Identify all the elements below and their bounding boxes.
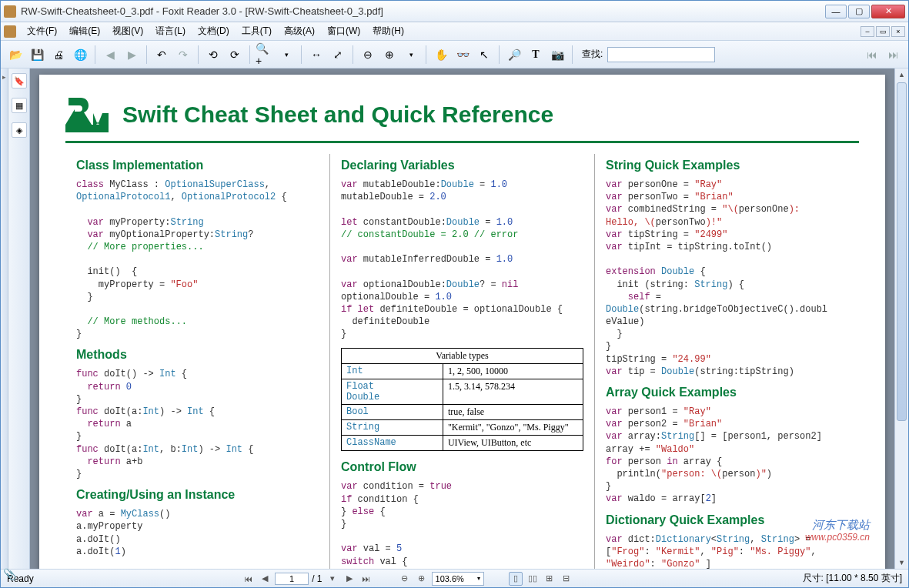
app-icon [4, 5, 16, 18]
app-window: RW-Swift-Cheatsheet-0_3.pdf - Foxit Read… [0, 0, 909, 588]
find-prev-icon[interactable]: ⏮ [862, 45, 882, 65]
menu-视图[interactable]: 视图(V) [106, 23, 149, 39]
section-heading: Dictionary Quick Examples [606, 513, 848, 527]
menu-窗口[interactable]: 窗口(W) [321, 23, 366, 39]
mdi-minimize-button[interactable]: – [861, 26, 874, 37]
zoom-select[interactable]: 103.6%▾ [432, 572, 484, 586]
table-cell: String [342, 420, 443, 436]
separator [572, 45, 573, 64]
columns: Class Implementation class MyClass : Opt… [65, 154, 859, 569]
search-input[interactable] [607, 47, 715, 62]
menu-文件[interactable]: 文件(F) [21, 23, 63, 39]
zoom-in-icon[interactable]: ⊕ [415, 572, 429, 586]
save-icon[interactable]: 💾 [27, 45, 47, 65]
doc-title: Swift Cheat Sheet and Quick Reference [122, 102, 553, 128]
menu-高级[interactable]: 高级(A) [278, 23, 321, 39]
hand-tool-icon[interactable]: ✋ [431, 45, 451, 65]
scroll-down-icon[interactable]: ▼ [895, 556, 908, 569]
email-icon[interactable]: 🌐 [70, 45, 90, 65]
redo-icon[interactable]: ↷ [173, 45, 193, 65]
undo-icon[interactable]: ↶ [152, 45, 172, 65]
vertical-scrollbar[interactable]: ▲ ▼ [894, 68, 908, 569]
layers-icon[interactable]: ◈ [12, 122, 27, 138]
doc-header: Swift Cheat Sheet and Quick Reference [65, 93, 859, 143]
thumbnails-icon[interactable]: ▦ [12, 98, 27, 113]
toolbar: 📂 💾 🖨 🌐 ◀ ▶ ↶ ↷ ⟲ ⟳ 🔍+ ▾ ↔ ⤢ ⊖ ⊕ ▾ ✋ 👓 ↖… [1, 41, 908, 68]
section-heading: Methods [76, 348, 319, 362]
binoculars-icon[interactable]: 🔎 [504, 45, 524, 65]
last-page-icon[interactable]: ⏭ [359, 572, 373, 586]
select-icon[interactable]: ↖ [474, 45, 494, 65]
zoom-in-icon2[interactable]: ⊕ [379, 45, 399, 65]
menu-工具[interactable]: 工具(T) [236, 23, 278, 39]
table-cell: true, false [443, 405, 583, 420]
section-heading: Declaring Variables [341, 159, 583, 172]
separator [301, 45, 302, 64]
titlebar: RW-Swift-Cheatsheet-0_3.pdf - Foxit Read… [1, 1, 908, 22]
scroll-up-icon[interactable]: ▲ [895, 68, 908, 81]
table-cell: Bool [342, 405, 443, 420]
mdi-restore-button[interactable]: ▭ [876, 26, 890, 37]
content-area: ▸ 🔖 ▦ ◈ 📎 Swift Cheat Sheet and Quick Re… [1, 68, 908, 569]
menu-语言[interactable]: 语言(L) [149, 23, 192, 39]
separator [499, 45, 500, 64]
find-next-icon[interactable]: ⏭ [884, 45, 904, 65]
page-input[interactable] [275, 573, 309, 585]
zoom-in-icon[interactable]: 🔍+ [255, 45, 275, 65]
fit-page-icon[interactable]: ⤢ [328, 45, 348, 65]
rw-logo-icon [65, 93, 109, 136]
rotate-ccw-icon[interactable]: ⟲ [203, 45, 223, 65]
table-cell: 1.5, 3.14, 578.234 [443, 379, 583, 405]
table-caption: Variable types [341, 348, 583, 363]
glasses-icon[interactable]: 👓 [453, 45, 473, 65]
scroll-thumb[interactable] [897, 82, 907, 421]
zoom-group: ⊖ ⊕ 103.6%▾ [398, 572, 484, 586]
next-page-icon[interactable]: ▶ [343, 572, 356, 586]
table-row: Int1, 2, 500, 10000 [342, 364, 583, 379]
document-viewer[interactable]: Swift Cheat Sheet and Quick Reference Cl… [30, 68, 894, 569]
zoom-out-icon[interactable]: ⊖ [398, 572, 412, 586]
search-label: 查找: [582, 48, 603, 61]
view-mode-group: ▯ ▯▯ ⊞ ⊟ [509, 572, 573, 586]
maximize-button[interactable]: ▢ [848, 5, 870, 18]
single-page-icon[interactable]: ▯ [509, 572, 523, 586]
code-block: var dict:Dictionary<String, String> = ["… [606, 533, 848, 570]
rotate-cw-icon[interactable]: ⟳ [225, 45, 245, 65]
open-icon[interactable]: 📂 [5, 45, 25, 65]
continuous-icon[interactable]: ▯▯ [526, 572, 540, 586]
sidepanel-toggle[interactable]: ▸ [1, 68, 8, 569]
minimize-button[interactable]: — [825, 5, 847, 18]
fit-width-icon[interactable]: ↔ [306, 45, 326, 65]
code-block: func doIt() -> Int { return 0 } func doI… [76, 368, 319, 480]
mdi-close-button[interactable]: × [891, 26, 905, 37]
separator [426, 45, 426, 64]
zoom-dropdown2-icon[interactable]: ▾ [401, 45, 421, 65]
prev-page-icon[interactable]: ◀ [258, 572, 272, 586]
bookmarks-icon[interactable]: 🔖 [12, 73, 27, 89]
page-dropdown-icon[interactable]: ▾ [326, 572, 339, 586]
menu-帮助[interactable]: 帮助(H) [366, 23, 410, 39]
window-controls: — ▢ ✕ [825, 5, 905, 18]
text-select-icon[interactable]: T [526, 45, 546, 65]
prev-page-icon[interactable]: ◀ [100, 45, 120, 65]
table-cell: Int [342, 364, 443, 379]
snapshot-icon[interactable]: 📷 [547, 45, 567, 65]
attachments-icon[interactable]: 📎 [2, 566, 17, 569]
close-button[interactable]: ✕ [871, 5, 905, 18]
next-page-icon[interactable]: ▶ [122, 45, 142, 65]
print-icon[interactable]: 🖨 [48, 45, 69, 65]
column-1: Class Implementation class MyClass : Opt… [65, 154, 329, 569]
window-title: RW-Swift-Cheatsheet-0_3.pdf - Foxit Read… [21, 5, 825, 17]
zoom-out-icon[interactable]: ⊖ [358, 45, 378, 65]
zoom-dropdown-icon[interactable]: ▾ [276, 45, 296, 65]
continuous-facing-icon[interactable]: ⊟ [560, 572, 573, 586]
table-row: Booltrue, false [342, 405, 583, 420]
menu-文档[interactable]: 文档(D) [192, 23, 236, 39]
table-cell: Float Double [342, 379, 443, 405]
section-heading: Control Flow [341, 460, 583, 474]
page-nav-group: ⏮ ◀ / 1 ▾ ▶ ⏭ [241, 572, 373, 586]
menu-编辑[interactable]: 编辑(E) [63, 23, 106, 39]
facing-icon[interactable]: ⊞ [543, 572, 556, 586]
code-block: class MyClass : OptionalSuperClass, Opti… [76, 179, 319, 340]
first-page-icon[interactable]: ⏮ [241, 572, 255, 586]
